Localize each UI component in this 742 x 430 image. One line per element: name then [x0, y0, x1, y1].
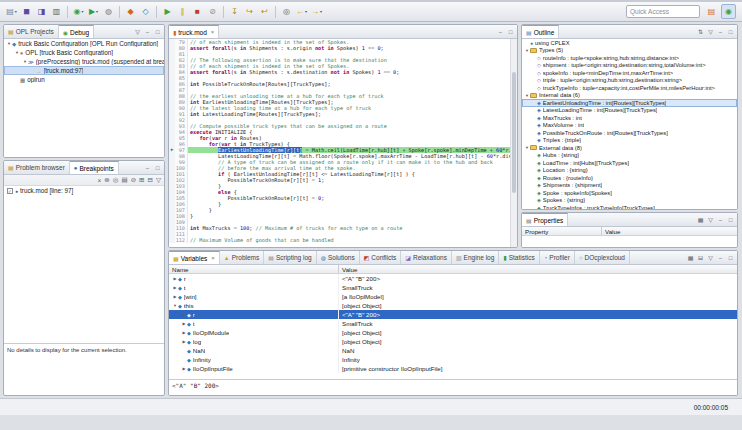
- outline-node-shipments-shipment[interactable]: ◈Shipments : {shipment}: [522, 182, 737, 190]
- editor-maximize-icon[interactable]: □: [507, 29, 514, 35]
- tab-outline[interactable]: ▤ Outline: [522, 25, 559, 38]
- save-all-icon[interactable]: ◨: [35, 5, 48, 19]
- debug-icon[interactable]: ◉▾: [72, 5, 85, 19]
- column-header-value[interactable]: Value: [602, 228, 737, 235]
- debug-node-truck-mod-97[interactable]: →[truck.mod:97]: [4, 66, 164, 75]
- resume-icon[interactable]: ▶: [161, 5, 174, 19]
- variable-row-log[interactable]: ▶◆log[object Object]: [169, 337, 737, 346]
- profile-icon[interactable]: ◍: [102, 5, 115, 19]
- save-icon[interactable]: ◼: [20, 5, 33, 19]
- tab-debug[interactable]: ◉Debug: [59, 25, 94, 38]
- editor-tab-close-icon[interactable]: ×: [211, 29, 215, 35]
- outline-node-possibletruckonroute-int-routes-trucktypes[interactable]: ◈PossibleTruckOnRoute : int[Routes][Truc…: [522, 129, 737, 137]
- outline-node-triples-triple[interactable]: ◈Triples : {triple}: [522, 137, 737, 145]
- outline-node-maxvolume-int[interactable]: ◈MaxVolume : int: [522, 122, 737, 130]
- variable-detail-pane[interactable]: <"A" "B" 200>: [169, 379, 737, 395]
- forward-icon[interactable]: →▾: [310, 5, 323, 19]
- outline-node-spokeinfo-tuple-mindeptime-int-maxarrtime-int[interactable]: ◇spokeInfo : tuple<minDepTime:int,maxArr…: [522, 69, 737, 77]
- skip-all-breakpoints-icon[interactable]: ⊘: [131, 176, 136, 184]
- breakpoints-minimize-icon[interactable]: −: [144, 165, 151, 171]
- properties-minimize-icon[interactable]: −: [717, 217, 724, 223]
- outline-maximize-icon[interactable]: □: [727, 29, 734, 35]
- search-icon[interactable]: ◎: [280, 5, 293, 19]
- properties-view-menu-icon[interactable]: ▽: [707, 216, 714, 223]
- outline-node-location-string[interactable]: ◈Location : {string}: [522, 167, 737, 175]
- collapse-all-icon[interactable]: ⊟: [148, 176, 153, 184]
- debug-minimize-icon[interactable]: −: [144, 29, 151, 35]
- tab-statistics[interactable]: ▮Statistics: [499, 251, 539, 264]
- go-to-file-icon[interactable]: ▤: [121, 176, 127, 184]
- tab-profiler[interactable]: ◔Profiler: [540, 251, 575, 264]
- variables-collapse-all-icon[interactable]: ⊟: [697, 254, 704, 261]
- variable-row-r[interactable]: ▶◆r<"A" "B" 200>: [169, 274, 737, 283]
- new-wizard-icon[interactable]: ▤▾: [5, 5, 18, 19]
- back-icon[interactable]: ←▾: [295, 5, 308, 19]
- column-header-value[interactable]: Value: [339, 266, 737, 273]
- outline-node-routeinfo-tuple-spoke-string-hub-string-distance-int[interactable]: ◇routeInfo : tuple<spoke:string,hub:stri…: [522, 54, 737, 62]
- run-icon-caret[interactable]: ▾: [96, 9, 98, 14]
- variable-row-t[interactable]: ▶◆tSmallTruck: [169, 283, 737, 292]
- debug-view-menu-icon[interactable]: ▽: [134, 28, 141, 35]
- outline-node-types-5[interactable]: ▼Types (5): [522, 47, 737, 55]
- variables-view-menu-icon[interactable]: ▽: [707, 254, 714, 261]
- variable-row-nan[interactable]: ◆NaNNaN: [169, 346, 737, 355]
- tab-conflicts[interactable]: ◩Conflicts: [360, 251, 402, 264]
- outline-view-menu-icon[interactable]: ▽: [707, 28, 714, 35]
- step-return-icon[interactable]: ↩: [258, 5, 271, 19]
- opl-run-config-icon[interactable]: ◆: [124, 5, 137, 19]
- variable-row-r[interactable]: ▶◆r<"A" "B" 200>: [169, 310, 737, 319]
- code-line-112[interactable]: 112// Maximum Volume of goods that can b…: [169, 237, 510, 243]
- outline-node-internal-data-6[interactable]: ▼Internal data (6): [522, 92, 737, 100]
- tab-problem-browser[interactable]: ▤Problem browser: [4, 161, 70, 174]
- tab-docplexcloud[interactable]: ○DOcplexcloud: [575, 251, 630, 264]
- breakpoints-view-menu-icon[interactable]: ▽: [156, 176, 161, 184]
- outline-node-spokes-string[interactable]: ◈Spokes : {string}: [522, 197, 737, 205]
- breakpoint-checkbox[interactable]: ✓: [7, 188, 13, 194]
- perspective-debug-button[interactable]: ◉: [721, 4, 736, 19]
- tab-problems[interactable]: ▲Problems: [220, 251, 264, 264]
- column-header-name[interactable]: Name: [169, 265, 339, 273]
- debug-node-opl-truck-basic-configuration[interactable]: ▼●OPL [truck Basic Configuration]: [4, 48, 164, 57]
- outline-sort-icon[interactable]: ⇅: [697, 28, 704, 35]
- back-icon-caret[interactable]: ▾: [305, 9, 307, 14]
- tab-properties[interactable]: ▤ Properties: [522, 213, 568, 226]
- outline-node-triple-tuple-origin-string-hub-string-destination-string[interactable]: ◇triple : tuple<origin:string,hub:string…: [522, 77, 737, 85]
- tab-opl-projects[interactable]: ▤OPL Projects: [4, 25, 59, 38]
- breakpoint-item[interactable]: ✓●truck.mod [line: 97]: [4, 186, 164, 195]
- step-over-icon[interactable]: ↪: [243, 5, 256, 19]
- properties-show-icon[interactable]: ▦: [697, 216, 704, 223]
- outline-node-shipment-tuple-origin-string-destination-string-totalvolume-int[interactable]: ◇shipment : tuple<origin:string,destinat…: [522, 62, 737, 70]
- editor-minimize-icon[interactable]: −: [497, 29, 504, 35]
- variable-row-t[interactable]: ▶◆tSmallTruck: [169, 319, 737, 328]
- editor-tab-truck-mod[interactable]: ▮ truck.mod ×: [169, 25, 219, 38]
- tab-close-icon[interactable]: ×: [211, 255, 215, 261]
- scrollbar-thumb[interactable]: [512, 72, 516, 193]
- outline-node-external-data-8[interactable]: ▼External data (8): [522, 144, 737, 152]
- remove-breakpoint-icon[interactable]: ×: [98, 177, 102, 184]
- tab-variables[interactable]: ▦Variables×: [169, 251, 220, 264]
- tab-engine-log[interactable]: ▥Engine log: [452, 251, 499, 264]
- outline-node-trucktypeinfo-tuple-capacity-int-costpermile-int-milesperhour-int[interactable]: ◇truckTypeInfo : tuple<capacity:int,cost…: [522, 84, 737, 92]
- step-into-icon[interactable]: ↧: [228, 5, 241, 19]
- outline-node-latestloadingtime-int-routes-trucktypes[interactable]: ◈LatestLoadingTime : int[Routes][TruckTy…: [522, 107, 737, 115]
- perspective-opl-button[interactable]: ▤: [704, 4, 719, 19]
- run-icon[interactable]: ▶▾: [87, 5, 100, 19]
- remove-all-breakpoints-icon[interactable]: ⊗: [104, 176, 109, 184]
- variables-show-type-icon[interactable]: ▦: [687, 254, 694, 261]
- debug-node-truck-basic-configuration-opl-run-configuration[interactable]: ▼◆truck Basic Configuration [OPL Run Con…: [4, 39, 164, 48]
- variables-maximize-icon[interactable]: □: [727, 255, 734, 261]
- outline-minimize-icon[interactable]: −: [717, 29, 724, 35]
- quick-access-input[interactable]: Quick Access: [626, 5, 700, 18]
- terminate-icon[interactable]: ■: [191, 5, 204, 19]
- variables-minimize-icon[interactable]: −: [717, 255, 724, 261]
- variable-row-infinity[interactable]: ◆InfinityInfinity: [169, 355, 737, 364]
- tab-scripting-log[interactable]: ▤Scripting log: [264, 251, 316, 264]
- print-icon[interactable]: ▥: [50, 5, 63, 19]
- tab-relaxations[interactable]: ◪Relaxations: [401, 251, 452, 264]
- variable-row-ilooplmodule[interactable]: ▶◆IloOplModule[object Object]: [169, 328, 737, 337]
- variable-row-win[interactable]: ▶◆[win][a IloOplModel]: [169, 292, 737, 301]
- outline-node-loadtime-int-hubs-trucktypes[interactable]: ◈LoadTime : int[Hubs][TruckTypes]: [522, 159, 737, 167]
- code-editor[interactable]: 79// of each shipment is indeed in the s…: [169, 39, 517, 247]
- variable-row-this[interactable]: ▼◆this[object Object]: [169, 301, 737, 310]
- outline-node-trucktypeinfos-trucktypeinfo-trucktypes[interactable]: ◈TruckTypeInfos : truckTypeInfo[TruckTyp…: [522, 204, 737, 209]
